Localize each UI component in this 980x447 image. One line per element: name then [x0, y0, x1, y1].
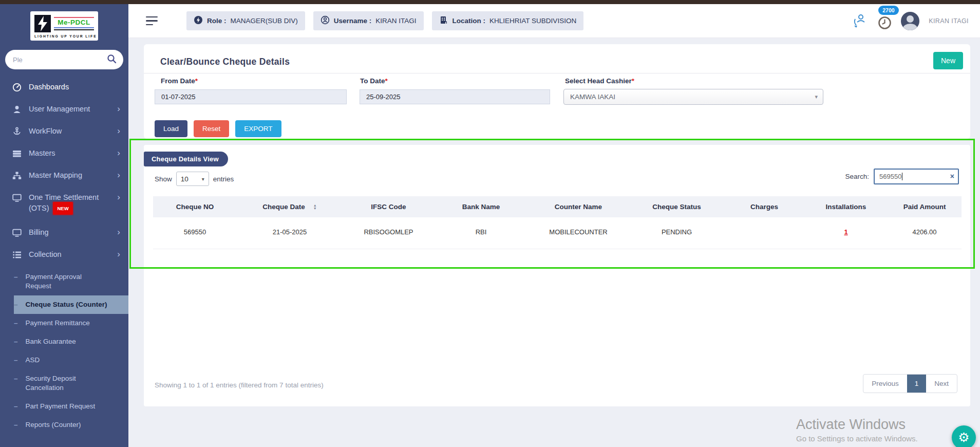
sidebar: Me-PDCL LIGHTING UP YOUR LIFE Dashboards…	[0, 4, 128, 447]
current-page-button[interactable]: 1	[907, 375, 927, 393]
column-header-cheque-no[interactable]: Cheque NO	[153, 196, 237, 217]
show-label: Show	[155, 175, 172, 183]
cell-counter-name: MOBILECOUNTER	[527, 217, 629, 249]
previous-page-button[interactable]: Previous	[863, 375, 907, 393]
sidebar-subitem-bank-guarantee[interactable]: – Bank Guarantee	[0, 332, 128, 351]
next-page-button[interactable]: Next	[926, 375, 957, 393]
from-date-label: From Date*	[161, 77, 198, 85]
chevron-right-icon: ›	[114, 228, 120, 236]
column-header-cheque-status[interactable]: Cheque Status	[629, 196, 724, 217]
user-name-label[interactable]: KIRAN ITAGI	[929, 17, 969, 25]
sidebar-subitem-security-deposit-cancellation[interactable]: – Security Deposit Cancellation	[0, 369, 128, 397]
sidebar-item-billing[interactable]: Billing ›	[0, 221, 128, 244]
sidebar-item-one-time-settlement[interactable]: One Time Settlement (OTS)NEW ›	[0, 187, 128, 221]
text-cursor	[902, 173, 902, 180]
cell-charges	[724, 217, 804, 249]
sidebar-item-masters[interactable]: Masters ›	[0, 142, 128, 164]
page-title: Clear/Bounce Cheque Details	[160, 57, 290, 67]
caret-down-icon: ▾	[202, 176, 204, 182]
location-badge: Location :KHLIEHRIAT SUBDIVISION	[432, 11, 584, 30]
dash-icon: –	[14, 374, 18, 383]
ordered-list-icon	[12, 250, 22, 259]
reset-button[interactable]: Reset	[194, 120, 229, 137]
top-header: Role :MANAGER(SUB DIV) Username :KIRAN I…	[128, 4, 980, 38]
cheque-details-card: Cheque Details View Show 10 ▾ entries Se…	[144, 145, 970, 406]
new-button[interactable]: New	[933, 52, 963, 69]
dash-icon: –	[14, 402, 18, 411]
chevron-right-icon: ›	[114, 171, 120, 179]
monitor-icon	[12, 193, 22, 202]
session-timer[interactable]: 2700	[878, 16, 892, 32]
dash-icon: –	[14, 319, 18, 328]
gear-icon: ⚙	[958, 430, 969, 445]
dash-icon: –	[14, 420, 18, 430]
sidebar-search[interactable]	[5, 50, 123, 69]
activate-windows-watermark: Activate Windows	[796, 417, 906, 433]
dashboard-gauge-icon	[12, 83, 22, 92]
to-date-input[interactable]: 25-09-2025	[360, 89, 550, 104]
table-row: 569550 21-05-2025 RBISOGOMLEP RBI MOBILE…	[153, 217, 962, 249]
filter-card: Clear/Bounce Cheque Details New From Dat…	[144, 44, 970, 139]
building-icon	[439, 15, 448, 26]
sidebar-subitem-asd[interactable]: – ASD	[0, 351, 128, 369]
search-icon[interactable]	[107, 54, 117, 66]
switch-user-icon[interactable]	[852, 12, 869, 30]
column-header-bank-name[interactable]: Bank Name	[435, 196, 527, 217]
sitemap-icon	[12, 171, 22, 180]
load-button[interactable]: Load	[155, 120, 187, 137]
installations-link[interactable]: 1	[844, 228, 847, 236]
header-info-badges: Role :MANAGER(SUB DIV) Username :KIRAN I…	[186, 11, 583, 30]
head-cashier-label: Select Head Cashier*	[565, 77, 634, 85]
pagination: Previous 1 Next	[863, 374, 957, 393]
sidebar-subitem-cheque-status-counter[interactable]: – Cheque Status (Counter)	[14, 295, 128, 314]
sidebar-subitem-payment-approval-request[interactable]: – Payment Approval Request	[0, 268, 128, 295]
sidebar-item-collection[interactable]: Collection ›	[0, 244, 128, 266]
to-date-label: To Date*	[360, 77, 388, 85]
sidebar-subitem-payment-remittance[interactable]: – Payment Remittance	[0, 314, 128, 332]
clock-icon	[878, 16, 892, 30]
entries-control: Show 10 ▾ entries	[155, 172, 234, 186]
page-length-select[interactable]: 10 ▾	[176, 172, 209, 186]
column-header-paid-amount[interactable]: Paid Amount	[888, 196, 962, 217]
column-header-cheque-date[interactable]: Cheque Date▲▼	[237, 196, 343, 217]
from-date-input[interactable]: 01-07-2025	[155, 89, 347, 104]
form-actions: Load Reset EXPORT	[155, 120, 281, 137]
settings-fab[interactable]: ⚙	[952, 425, 976, 447]
column-header-counter-name[interactable]: Counter Name	[527, 196, 629, 217]
export-button[interactable]: EXPORT	[235, 120, 281, 137]
sidebar-item-user-management[interactable]: User Management ›	[0, 98, 128, 120]
monitor-icon	[12, 228, 22, 237]
sidebar-subitem-reports-counter[interactable]: – Reports (Counter)	[0, 416, 128, 434]
menu-toggle-icon[interactable]	[146, 16, 158, 26]
username-badge: Username :KIRAN ITAGI	[313, 11, 424, 30]
person-circle-icon	[321, 15, 330, 26]
cell-installations: 1	[804, 217, 888, 249]
chevron-right-icon: ›	[114, 148, 120, 157]
new-badge: NEW	[53, 202, 72, 215]
sidebar-subitem-part-payment-request[interactable]: – Part Payment Request	[0, 397, 128, 416]
chevron-right-icon: ›	[114, 104, 120, 113]
sidebar-search-input[interactable]	[13, 56, 107, 64]
search-input[interactable]: 569550 ×	[874, 169, 959, 184]
clear-search-icon[interactable]: ×	[950, 172, 954, 180]
user-avatar[interactable]	[901, 12, 919, 30]
dash-icon: –	[14, 300, 18, 309]
cell-paid-amount: 4206.00	[888, 217, 962, 249]
head-cashier-select[interactable]: KAMWA IAKAI ▾	[563, 89, 823, 105]
user-icon	[12, 105, 22, 114]
sidebar-item-dashboards[interactable]: Dashboards	[0, 76, 128, 98]
sort-icon[interactable]: ▲▼	[313, 204, 317, 210]
sidebar-item-workflow[interactable]: WorkFlow ›	[0, 120, 128, 142]
anchor-icon	[12, 127, 22, 136]
bolt-icon	[194, 15, 203, 26]
column-header-ifsc-code[interactable]: IFSC Code	[343, 196, 435, 217]
entries-label: entries	[213, 175, 234, 183]
column-header-installations[interactable]: Installations	[804, 196, 888, 217]
header-right-cluster: 2700 KIRAN ITAGI	[852, 10, 969, 32]
cell-cheque-status: PENDING	[629, 217, 724, 249]
search-label: Search:	[845, 173, 869, 180]
timer-count-badge: 2700	[878, 6, 898, 15]
sidebar-item-master-mapping[interactable]: Master Mapping ›	[0, 164, 128, 187]
column-header-charges[interactable]: Charges	[724, 196, 804, 217]
chevron-right-icon: ›	[114, 250, 120, 258]
